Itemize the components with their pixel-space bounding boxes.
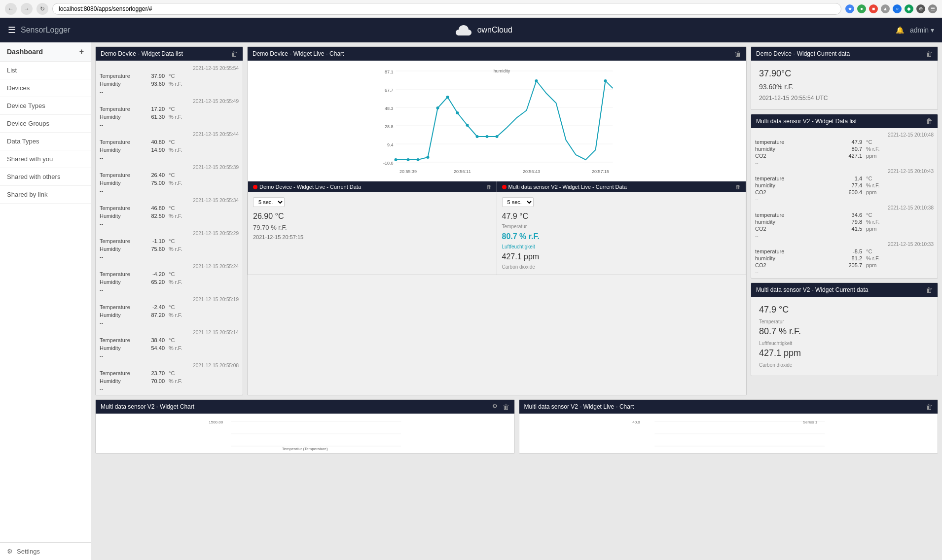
widget-multi-current-title: Multi data sensor V2 - Widget Current da… [756, 286, 868, 293]
refresh-button[interactable]: ↻ [36, 3, 48, 15]
browser-icon-7: ⊕ [916, 4, 925, 13]
widget-demo-live-chart: Demo Device - Widget Live - Chart 🗑 87.1… [247, 46, 747, 395]
sidebar-add-button[interactable]: + [79, 47, 84, 56]
widget-multi-current-delete[interactable]: 🗑 [926, 286, 933, 294]
sidebar-item-data-types[interactable]: Data Types [0, 133, 91, 150]
sidebar-item-list[interactable]: List [0, 62, 91, 79]
multi-live-current-title: Multi data sensor V2 - Widget Live - Cur… [508, 184, 736, 190]
widget-multi-chart-gear[interactable]: ⚙ [492, 403, 498, 411]
sidebar-item-data-types-label: Data Types [7, 138, 39, 145]
timestamp-cell: 2021-12-15 20:55:14 [98, 327, 241, 336]
row-unit: % r.F. [167, 344, 241, 352]
demo-live-current-widget: Demo Device - Widget Live - Current Data… [248, 181, 497, 275]
row-unit: °C [167, 72, 241, 80]
chart-area: 87.1 67.7 48.3 28.8 9.4 -10.0 20:55:39 2… [248, 61, 746, 181]
widget-demo-current-body: 37.90°C 93.60% r.F. 2021-12-15 20:55:54 … [751, 61, 938, 109]
demo-current-temp: 37.90°C [759, 69, 930, 79]
table-row: temperature 47.9 °C [753, 139, 936, 145]
widget-multi-current: Multi data sensor V2 - Widget Current da… [751, 282, 938, 376]
svg-point-20 [427, 156, 430, 159]
row-label: Temperature [98, 204, 142, 212]
forward-button[interactable]: → [21, 3, 33, 15]
row-value: 82.50 [142, 212, 167, 220]
bell-icon[interactable]: 🔔 [896, 26, 904, 34]
app-header: ☰ SensorLogger ownCloud 🔔 admin ▾ [0, 18, 942, 42]
row-unit: % r.F. [167, 377, 241, 385]
sidebar-item-shared-with-others[interactable]: Shared with others [0, 168, 91, 186]
multi-live-co2-label: Carbon dioxide [502, 264, 741, 270]
separator-cell: -- [98, 319, 241, 327]
row-unit: °C [167, 336, 241, 344]
multi-row-unit: % r.F. [864, 182, 936, 189]
timestamp-cell: 2021-12-15 20:55:44 [98, 129, 241, 138]
demo-live-current-delete[interactable]: 🗑 [486, 184, 492, 190]
multi-separator-cell: -- [753, 269, 936, 276]
table-row: Humidity 82.50 % r.F. [98, 212, 241, 220]
svg-text:20:56:43: 20:56:43 [523, 169, 540, 174]
row-unit: % r.F. [167, 311, 241, 319]
svg-point-23 [456, 111, 459, 114]
multi-row-label: temperature [753, 248, 793, 255]
table-row: Humidity 93.60 % r.F. [98, 80, 241, 88]
multi-separator-row: -- [753, 232, 936, 240]
widget-multi-data-list-delete[interactable]: 🗑 [926, 117, 933, 125]
multi-current-humidity-group: 80.7 % r.F. Luftfeuchtigkeit [759, 326, 930, 346]
row-label: Temperature [98, 303, 142, 311]
multi-current-co2-group: 427.1 ppm Carbon dioxide [759, 348, 930, 368]
row-label: Humidity [98, 377, 142, 385]
widget-demo-live-chart-delete[interactable]: 🗑 [734, 50, 741, 58]
svg-point-26 [486, 135, 489, 138]
svg-point-28 [535, 79, 538, 82]
table-row: Humidity 14.90 % r.F. [98, 146, 241, 154]
row-label: Temperature [98, 270, 142, 278]
multi-row-unit: ppm [864, 189, 936, 196]
menu-icon[interactable]: ☰ [8, 25, 16, 35]
row-label: Humidity [98, 311, 142, 319]
app-title: SensorLogger [21, 26, 71, 35]
row-value: 14.90 [142, 146, 167, 154]
data-list-timestamp-row: 2021-12-15 20:55:14 [98, 327, 241, 336]
sidebar-item-device-types[interactable]: Device Types [0, 97, 91, 115]
demo-interval-selector: 5 sec. [253, 197, 492, 207]
multi-interval-select[interactable]: 5 sec. [502, 197, 534, 207]
separator-cell: -- [98, 88, 241, 96]
multi-live-current-delete[interactable]: 🗑 [735, 184, 741, 190]
browser-icon-6: ◆ [905, 4, 913, 13]
user-menu[interactable]: admin ▾ [910, 26, 934, 34]
widget-multi-live-chart-delete[interactable]: 🗑 [926, 403, 933, 411]
timestamp-cell: 2021-12-15 20:55:39 [98, 162, 241, 171]
demo-interval-select[interactable]: 5 sec. [253, 197, 285, 207]
sidebar-item-device-groups[interactable]: Device Groups [0, 115, 91, 133]
timestamp-cell: 2021-12-15 20:55:34 [98, 195, 241, 204]
row-unit: °C [167, 369, 241, 377]
multi-separator-row: -- [753, 159, 936, 167]
multi-row-value: 80.7 [793, 145, 864, 152]
data-list-timestamp-row: 2021-12-15 20:55:24 [98, 261, 241, 270]
browser-icon-3: ■ [869, 4, 878, 13]
sidebar-item-list-label: List [7, 67, 17, 74]
header-left: ☰ SensorLogger [8, 25, 71, 35]
live-current-row: Demo Device - Widget Live - Current Data… [248, 181, 746, 275]
table-row: temperature 1.4 °C [753, 175, 936, 182]
url-bar[interactable]: localhost:8080/apps/sensorlogger/# [52, 3, 841, 15]
table-row: Temperature -1.10 °C [98, 237, 241, 245]
multi-current-co2-label: Carbon dioxide [759, 362, 930, 368]
sidebar-item-devices[interactable]: Devices [0, 79, 91, 97]
row-value: 87.20 [142, 311, 167, 319]
sidebar-item-shared-with-you[interactable]: Shared with you [0, 150, 91, 168]
widget-demo-data-list-delete[interactable]: 🗑 [231, 50, 238, 58]
widget-multi-chart-delete[interactable]: 🗑 [503, 403, 509, 411]
sidebar-settings[interactable]: ⚙ Settings [0, 542, 91, 560]
multi-row-unit: % r.F. [864, 255, 936, 262]
widget-demo-data-list-header: Demo Device - Widget Data list 🗑 [96, 47, 243, 61]
row-label: Humidity [98, 212, 142, 220]
timestamp-cell: 2021-12-15 20:55:08 [98, 360, 241, 369]
data-list-timestamp-row: 2021-12-15 20:55:19 [98, 294, 241, 303]
row-label: Temperature [98, 171, 142, 179]
back-button[interactable]: ← [5, 3, 17, 15]
svg-text:67.7: 67.7 [385, 88, 394, 93]
data-list-timestamp-row: 2021-12-15 20:55:49 [98, 96, 241, 105]
multi-live-current-body: 5 sec. 47.9 °C Temperatur 80.7 % r.F. Lu… [497, 192, 746, 275]
sidebar-item-shared-by-link[interactable]: Shared by link [0, 186, 91, 204]
widget-demo-current-delete[interactable]: 🗑 [926, 50, 933, 58]
